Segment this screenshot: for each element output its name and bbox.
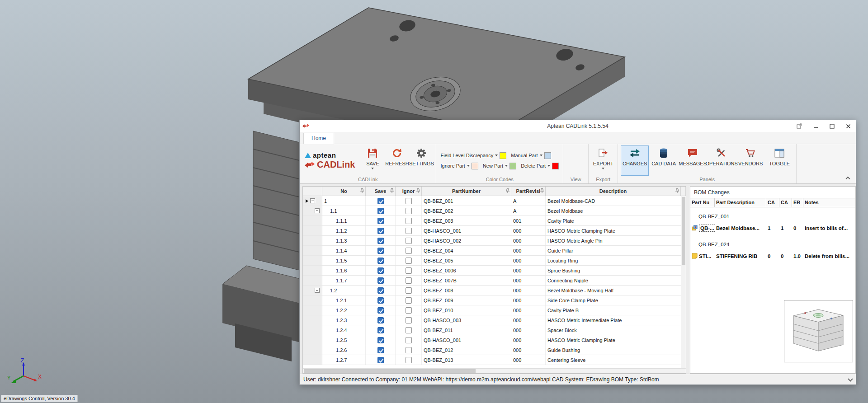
titlebar[interactable]: Aptean CADLink 5.1.5.54 — [300, 120, 856, 132]
column-header-no[interactable]: No — [322, 187, 366, 196]
panel-button-toggle[interactable]: TOGGLE — [765, 145, 793, 176]
save-checkbox[interactable] — [377, 277, 384, 284]
table-row[interactable]: 1.1.2QB-HASCO_001000HASCO Metric Clampin… — [303, 226, 681, 236]
tab-home[interactable]: Home — [303, 133, 334, 144]
ignore-checkbox[interactable] — [406, 248, 412, 254]
row-indicator-cell[interactable] — [303, 266, 322, 275]
row-indicator-cell[interactable] — [303, 325, 322, 335]
save-checkbox[interactable] — [377, 258, 384, 264]
panel-button-operations[interactable]: OPERATIONS — [708, 145, 736, 176]
maximize-icon[interactable] — [827, 122, 837, 130]
minimize-icon[interactable] — [811, 122, 821, 130]
row-indicator-cell[interactable] — [303, 196, 322, 206]
save-checkbox[interactable] — [377, 337, 384, 343]
bom-column-header[interactable]: Part Nu — [690, 198, 715, 207]
collapse-expander-icon[interactable] — [315, 208, 320, 213]
table-row[interactable]: 1.2.3QB-HASCO_003000HASCO Metric Interme… — [303, 315, 681, 325]
ignore-checkbox[interactable] — [406, 208, 412, 214]
panel-button-cad-data[interactable]: CAD DATA — [650, 145, 678, 176]
ignore-checkbox[interactable] — [406, 317, 412, 323]
color-code-dropdown-caret[interactable] — [495, 155, 498, 156]
color-code-item[interactable]: Manual Part — [511, 152, 551, 159]
save-checkbox[interactable] — [377, 238, 384, 244]
ignore-checkbox[interactable] — [406, 198, 412, 204]
ignore-checkbox[interactable] — [406, 287, 412, 294]
table-row[interactable]: 1.2.5QB-HASCO_001000HASCO Metric Clampin… — [303, 335, 681, 345]
row-indicator-cell[interactable] — [303, 236, 322, 245]
part-preview-thumbnail[interactable] — [784, 300, 853, 362]
table-row[interactable]: 1.2.2QB-BEZ_010000Cavity Plate B — [303, 305, 681, 315]
save-checkbox[interactable] — [377, 327, 384, 333]
ignore-checkbox[interactable] — [406, 228, 412, 234]
row-indicator-cell[interactable] — [303, 276, 322, 285]
bom-column-header[interactable]: CA — [766, 198, 779, 207]
save-checkbox[interactable] — [377, 267, 384, 274]
table-row[interactable]: 1.1.1QB-BEZ_003001Cavity Plate — [303, 216, 681, 226]
color-code-item[interactable]: Delete Part — [521, 163, 559, 169]
panel-button-changes[interactable]: CHANGES — [621, 145, 649, 176]
row-indicator-cell[interactable] — [303, 355, 322, 365]
row-indicator-cell[interactable] — [303, 315, 322, 325]
ignore-checkbox[interactable] — [406, 337, 412, 343]
bom-column-header[interactable]: Part Description — [715, 198, 766, 207]
save-checkbox[interactable] — [377, 297, 384, 304]
table-row[interactable]: 1QB-BEZ_001ABezel Moldbase-CAD — [303, 196, 681, 206]
table-row[interactable]: 1.2.6QB-BEZ_012000Guide Bushing — [303, 345, 681, 355]
ignore-checkbox[interactable] — [406, 297, 412, 304]
ignore-checkbox[interactable] — [406, 258, 412, 264]
row-indicator-cell[interactable] — [303, 295, 322, 305]
table-row[interactable]: 1.1.4QB-BEZ_004000Guide Pillar — [303, 246, 681, 256]
color-code-item[interactable]: Ignore Part — [440, 163, 478, 169]
table-row[interactable]: 1.1.6QB-BEZ_0006000Sprue Bushing — [303, 266, 681, 276]
color-code-dropdown-caret[interactable] — [467, 165, 470, 167]
panel-button-vendors[interactable]: VENDORS — [736, 145, 764, 176]
row-indicator-cell[interactable] — [303, 256, 322, 265]
settings-button[interactable]: SETTINGS — [410, 145, 433, 176]
close-icon[interactable] — [843, 122, 853, 130]
bom-change-row[interactable]: QB-...Bezel Moldbase...110Insert to bill… — [690, 221, 855, 235]
vertical-scrollbar[interactable] — [681, 196, 686, 368]
save-checkbox[interactable] — [377, 347, 384, 353]
table-row[interactable]: 1.1.5QB-BEZ_005000Locating Ring — [303, 256, 681, 266]
row-indicator-cell[interactable] — [303, 305, 322, 315]
bom-change-row[interactable]: STI...STIFFENING RIB001.0Delete from bil… — [690, 249, 855, 263]
save-checkbox[interactable] — [377, 307, 384, 314]
row-indicator-cell[interactable] — [303, 335, 322, 345]
ignore-checkbox[interactable] — [406, 267, 412, 274]
row-indicator-cell[interactable] — [303, 206, 322, 216]
horizontal-scrollbar-thumb[interactable] — [304, 369, 476, 373]
float-window-icon[interactable] — [794, 122, 804, 130]
vertical-scrollbar-thumb[interactable] — [682, 197, 685, 265]
column-header-partnumber[interactable]: PartNumber — [422, 187, 511, 196]
save-dropdown-caret[interactable] — [371, 168, 374, 169]
table-row[interactable]: 1.2.4QB-BEZ_011000Spacer Block — [303, 325, 681, 335]
refresh-button[interactable]: REFRESH — [385, 145, 409, 176]
color-code-dropdown-caret[interactable] — [540, 155, 542, 156]
save-checkbox[interactable] — [377, 228, 384, 234]
bom-group-row[interactable]: QB-BEZ_024 — [690, 235, 855, 249]
ignore-checkbox[interactable] — [406, 238, 412, 244]
horizontal-scrollbar[interactable] — [303, 368, 686, 373]
collapse-expander-icon[interactable] — [310, 198, 315, 203]
ignore-checkbox[interactable] — [406, 347, 412, 353]
row-indicator-cell[interactable] — [303, 246, 322, 255]
save-checkbox[interactable] — [377, 317, 384, 323]
table-row[interactable]: 1.1.3QB-HASCO_002000HASCO Metric Angle P… — [303, 236, 681, 246]
column-header-partrevisi[interactable]: PartRevisi — [511, 187, 546, 196]
ignore-checkbox[interactable] — [406, 357, 412, 363]
table-row[interactable]: 1.2.1QB-BEZ_009000Side Core Clamp Plate — [303, 295, 681, 305]
bom-group-row[interactable]: QB-BEZ_001 — [690, 207, 855, 221]
table-row[interactable]: 1.2QB-BEZ_008000Bezel Moldbase - Moving … — [303, 286, 681, 295]
table-row[interactable]: 1.1QB-BEZ_002ABezel Moldbase — [303, 206, 681, 216]
row-indicator-cell[interactable] — [303, 226, 322, 235]
color-code-item[interactable]: Field Level Discrepancy — [440, 152, 506, 159]
ribbon-collapse-button[interactable] — [844, 175, 851, 181]
ignore-checkbox[interactable] — [406, 218, 412, 224]
row-indicator-cell[interactable] — [303, 286, 322, 295]
table-row[interactable]: 1.1.7QB-BEZ_007B000Connecting Nipple — [303, 276, 681, 286]
ignore-checkbox[interactable] — [406, 327, 412, 333]
export-button[interactable]: EXPORT — [591, 145, 615, 176]
save-button[interactable]: SAVE — [361, 145, 384, 176]
collapse-expander-icon[interactable] — [315, 288, 320, 293]
export-dropdown-caret[interactable] — [602, 168, 604, 169]
